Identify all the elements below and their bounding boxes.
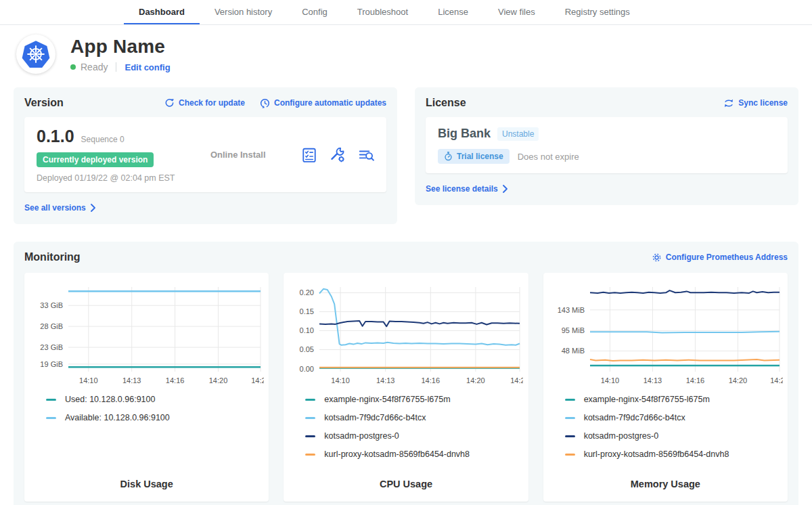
legend-color-dash	[46, 417, 56, 419]
version-actions	[301, 147, 374, 163]
legend-color-dash	[565, 417, 575, 419]
svg-text:14:16: 14:16	[685, 376, 704, 385]
legend-item: kotsadm-7f9dc7d66c-b4tcx	[565, 413, 785, 422]
legend-label: kotsadm-7f9dc7d66c-b4tcx	[324, 413, 426, 422]
legend-label: kotsadm-7f9dc7d66c-b4tcx	[584, 413, 685, 422]
svg-text:143 MiB: 143 MiB	[557, 306, 584, 314]
svg-text:14:20: 14:20	[467, 376, 486, 385]
configure-automatic-updates-button[interactable]: Configure automatic updates	[260, 98, 386, 108]
svg-text:48 MiB: 48 MiB	[562, 347, 585, 355]
legend-color-dash	[565, 399, 575, 401]
legend-label: kotsadm-postgres-0	[584, 431, 658, 441]
current-version-panel: 0.1.0 Sequence 0 Currently deployed vers…	[24, 117, 386, 192]
svg-text:14:23: 14:23	[770, 376, 783, 385]
chart-panel-cpu-usage: 14:1014:1314:1614:2014:230.200.150.100.0…	[284, 273, 528, 502]
chart-panels: 14:1014:1314:1614:2014:2333 GiB28 GiB23 …	[24, 273, 788, 502]
svg-text:0.00: 0.00	[300, 365, 314, 373]
legend-item: kotsadm-postgres-0	[565, 431, 785, 441]
legend-label: kurl-proxy-kotsadm-8569fb6454-dnvh8	[584, 449, 729, 459]
svg-text:14:13: 14:13	[643, 376, 662, 385]
legend-label: kurl-proxy-kotsadm-8569fb6454-dnvh8	[324, 449, 470, 459]
svg-text:14:23: 14:23	[511, 376, 524, 385]
cpu-usage-chart-title: CPU Usage	[286, 479, 525, 489]
legend-color-dash	[565, 435, 575, 437]
legend-color-dash	[305, 417, 315, 419]
version-card: Version Check for update Configure au	[14, 87, 397, 224]
license-name: Big Bank	[438, 127, 491, 141]
tab-version-history[interactable]: Version history	[200, 0, 287, 24]
svg-text:33 GiB: 33 GiB	[41, 301, 64, 309]
refresh-icon	[164, 98, 175, 108]
tab-registry-settings[interactable]: Registry settings	[550, 0, 645, 24]
gear-icon	[652, 252, 662, 263]
divider	[116, 62, 116, 72]
cpu-usage-plot: 14:1014:1314:1614:2014:230.200.150.100.0…	[288, 281, 523, 388]
legend-label: Used: 10.128.0.96:9100	[65, 395, 155, 404]
svg-text:23 GiB: 23 GiB	[41, 343, 64, 351]
svg-text:14:16: 14:16	[166, 376, 185, 385]
legend-item: kurl-proxy-kotsadm-8569fb6454-dnvh8	[565, 449, 785, 459]
legend-color-dash	[565, 454, 575, 456]
legend-item: Available: 10.128.0.96:9100	[46, 413, 266, 422]
svg-text:19 GiB: 19 GiB	[41, 360, 64, 368]
tab-view-files[interactable]: View files	[483, 0, 550, 24]
version-info: 0.1.0 Sequence 0 Currently deployed vers…	[37, 127, 175, 183]
disk-usage-plot: 14:1014:1314:1614:2014:2333 GiB28 GiB23 …	[29, 281, 264, 388]
monitoring-card: Monitoring Configure Prometheus Address …	[14, 242, 798, 505]
svg-text:14:10: 14:10	[79, 376, 98, 385]
svg-text:14:10: 14:10	[332, 376, 351, 385]
memory-usage-plot: 14:1014:1314:1614:2014:23143 MiB95 MiB48…	[548, 281, 783, 388]
chart-panel-disk-usage: 14:1014:1314:1614:2014:2333 GiB28 GiB23 …	[24, 273, 269, 502]
tab-dashboard[interactable]: Dashboard	[124, 0, 200, 24]
svg-text:0.20: 0.20	[300, 288, 314, 297]
app-header-text: App Name Ready Edit config	[70, 36, 171, 72]
ready-status-dot	[70, 64, 76, 70]
check-for-update-button[interactable]: Check for update	[164, 98, 245, 108]
legend-color-dash	[46, 399, 56, 401]
svg-text:0.15: 0.15	[300, 307, 314, 315]
tab-license[interactable]: License	[423, 0, 483, 24]
legend-color-dash	[305, 399, 315, 401]
legend-item: example-nginx-54f8f76755-l675m	[305, 395, 525, 404]
see-license-details-link[interactable]: See license details	[426, 184, 508, 194]
kubernetes-icon	[21, 39, 51, 69]
configure-prometheus-button[interactable]: Configure Prometheus Address	[652, 252, 788, 263]
sync-license-button[interactable]: Sync license	[723, 98, 788, 108]
chevron-right-icon	[90, 204, 96, 212]
svg-text:14:10: 14:10	[600, 376, 619, 385]
tab-troubleshoot[interactable]: Troubleshoot	[342, 0, 423, 24]
install-type-label: Online Install	[210, 150, 266, 160]
legend-item: kotsadm-7f9dc7d66c-b4tcx	[305, 413, 525, 422]
legend-item: Used: 10.128.0.96:9100	[46, 395, 266, 404]
legend-color-dash	[305, 454, 315, 456]
see-all-versions-link[interactable]: See all versions	[24, 203, 96, 213]
license-expiry: Does not expire	[518, 152, 579, 162]
tab-config[interactable]: Config	[287, 0, 342, 24]
svg-text:14:13: 14:13	[376, 376, 395, 385]
status-text: Ready	[81, 62, 108, 72]
version-card-title: Version	[24, 97, 64, 109]
monitoring-title: Monitoring	[24, 251, 81, 263]
config-wrench-icon[interactable]	[330, 147, 346, 163]
svg-text:14:20: 14:20	[209, 376, 228, 385]
deployed-timestamp: Deployed 01/19/22 @ 02:04 pm EST	[37, 173, 175, 183]
memory-usage-legend: example-nginx-54f8f76755-l675mkotsadm-7f…	[565, 395, 785, 468]
disk-usage-chart-title: Disk Usage	[27, 479, 266, 489]
trial-license-badge: Trial license	[438, 149, 510, 164]
app-logo	[16, 35, 55, 74]
legend-item: example-nginx-54f8f76755-l675m	[565, 395, 785, 404]
preflight-checks-icon[interactable]	[301, 147, 317, 163]
legend-item: kotsadm-postgres-0	[305, 431, 525, 441]
license-panel: Big Bank Unstable Trial license Does not…	[426, 117, 788, 173]
sync-icon	[723, 98, 734, 108]
deploy-logs-icon[interactable]	[358, 147, 374, 163]
app-header: App Name Ready Edit config	[0, 25, 812, 78]
memory-usage-chart-title: Memory Usage	[546, 479, 785, 489]
svg-text:14:20: 14:20	[728, 376, 747, 385]
cards-row: Version Check for update Configure au	[14, 87, 798, 224]
svg-text:14:23: 14:23	[251, 376, 264, 385]
chevron-right-icon	[502, 185, 508, 193]
license-card-title: License	[426, 97, 466, 109]
legend-label: Available: 10.128.0.96:9100	[65, 413, 170, 422]
edit-config-link[interactable]: Edit config	[125, 62, 170, 72]
